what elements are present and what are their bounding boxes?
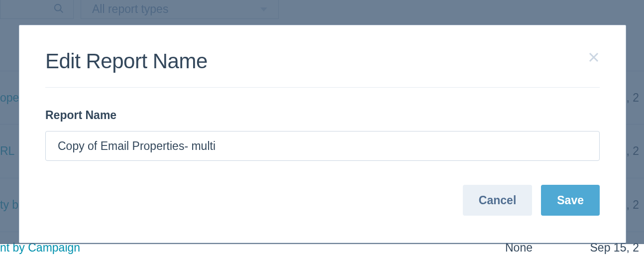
cancel-button[interactable]: Cancel bbox=[463, 185, 532, 216]
edit-report-name-modal: Edit Report Name Report Name Cancel Save bbox=[19, 25, 626, 243]
modal-title: Edit Report Name bbox=[45, 49, 208, 73]
report-name-field-group: Report Name bbox=[45, 109, 600, 161]
close-icon bbox=[588, 52, 599, 65]
report-name-input[interactable] bbox=[45, 131, 600, 161]
save-button[interactable]: Save bbox=[541, 185, 600, 216]
modal-header: Edit Report Name bbox=[45, 49, 600, 88]
modal-actions: Cancel Save bbox=[45, 185, 600, 216]
close-button[interactable] bbox=[588, 52, 600, 64]
report-name-label: Report Name bbox=[45, 109, 600, 122]
